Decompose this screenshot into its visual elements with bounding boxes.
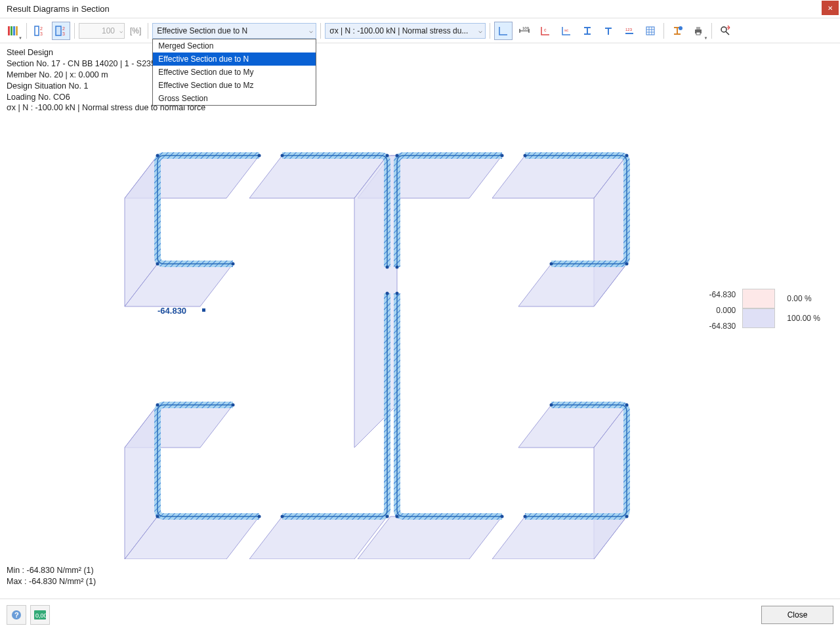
percent-label-1: [%] bbox=[130, 26, 141, 35]
min-value: Min : -64.830 N/mm² (1) bbox=[7, 565, 96, 576]
svg-point-15 bbox=[679, 26, 682, 30]
svg-point-48 bbox=[524, 515, 527, 518]
axis-system-button[interactable] bbox=[494, 22, 513, 40]
option-effective-my[interactable]: Effective Section due to My bbox=[153, 66, 316, 79]
svg-text:100: 100 bbox=[522, 26, 530, 30]
svg-rect-0 bbox=[8, 26, 10, 35]
svg-text:sc: sc bbox=[564, 28, 568, 32]
svg-point-31 bbox=[232, 262, 235, 266]
svg-point-49 bbox=[625, 515, 629, 518]
svg-point-29 bbox=[625, 154, 629, 158]
titlebar: Result Diagrams in Section ✕ bbox=[0, 0, 840, 18]
max-value: Max : -64.830 N/mm² (1) bbox=[7, 576, 96, 587]
svg-point-41 bbox=[625, 404, 629, 407]
stress-diagram-2-button[interactable]: 23 bbox=[52, 22, 70, 40]
toolbar: ▼ 23 23 100 [%] Effective Section due to… bbox=[0, 18, 840, 43]
zoom-input[interactable]: 100 bbox=[79, 23, 125, 39]
display-mode-button[interactable]: ▼ bbox=[4, 22, 22, 40]
svg-text:123: 123 bbox=[625, 28, 633, 32]
svg-rect-2 bbox=[13, 26, 15, 35]
svg-point-47 bbox=[501, 515, 504, 518]
profile-i-button[interactable] bbox=[578, 22, 597, 40]
stress-diagram-1-button[interactable]: 23 bbox=[31, 22, 49, 40]
svg-text:2: 2 bbox=[40, 26, 43, 31]
svg-rect-7 bbox=[56, 26, 61, 35]
svg-rect-18 bbox=[696, 32, 700, 35]
legend-val-2: 0.000 bbox=[696, 306, 736, 315]
close-button[interactable]: Close bbox=[761, 606, 833, 624]
svg-point-44 bbox=[281, 515, 284, 518]
principal-axes-button[interactable]: c bbox=[536, 22, 555, 40]
svg-rect-17 bbox=[696, 27, 700, 30]
svg-point-24 bbox=[281, 154, 284, 158]
legend-val-1: -64.830 bbox=[696, 290, 736, 299]
svg-point-37 bbox=[396, 292, 399, 295]
svg-text:?: ? bbox=[14, 611, 19, 619]
svg-point-35 bbox=[396, 266, 399, 269]
option-gross-section[interactable]: Gross Section bbox=[153, 92, 316, 105]
svg-text:2: 2 bbox=[62, 26, 65, 31]
option-effective-n[interactable]: Effective Section due to N bbox=[153, 52, 316, 66]
legend-swatch-neg bbox=[742, 308, 775, 328]
window-title: Result Diagrams in Section bbox=[7, 4, 110, 14]
legend-swatch-pos bbox=[742, 289, 775, 308]
value-marker bbox=[202, 308, 205, 312]
values-button[interactable]: 123 bbox=[620, 22, 639, 40]
svg-point-36 bbox=[386, 292, 389, 295]
svg-rect-4 bbox=[35, 26, 39, 35]
svg-point-32 bbox=[550, 262, 553, 266]
svg-point-28 bbox=[524, 154, 527, 158]
grid-button[interactable] bbox=[641, 22, 660, 40]
find-button[interactable] bbox=[716, 22, 734, 40]
svg-rect-1 bbox=[10, 26, 12, 35]
svg-point-19 bbox=[721, 27, 726, 32]
svg-point-25 bbox=[386, 154, 389, 158]
legend-pct-2: 100.00 % bbox=[787, 314, 820, 323]
svg-text:0,00: 0,00 bbox=[35, 612, 47, 619]
svg-point-27 bbox=[501, 154, 504, 158]
svg-rect-3 bbox=[16, 26, 18, 35]
svg-point-30 bbox=[156, 262, 159, 266]
help-button[interactable]: ? bbox=[7, 605, 26, 625]
footer: ? 0,00 Close bbox=[0, 598, 840, 630]
svg-point-38 bbox=[156, 404, 159, 407]
svg-point-39 bbox=[232, 404, 235, 407]
section-type-dropdown: Merged Section Effective Section due to … bbox=[152, 39, 316, 106]
svg-point-45 bbox=[386, 515, 389, 518]
shear-center-button[interactable]: sc bbox=[557, 22, 576, 40]
svg-point-22 bbox=[156, 154, 159, 158]
diagram-value-label: -64.830 bbox=[158, 306, 186, 316]
svg-point-42 bbox=[156, 515, 159, 518]
svg-point-34 bbox=[386, 266, 389, 269]
section-view-button[interactable] bbox=[668, 22, 686, 40]
svg-point-26 bbox=[396, 154, 399, 158]
svg-text:3: 3 bbox=[40, 32, 43, 36]
svg-point-40 bbox=[550, 404, 553, 407]
print-button[interactable]: ▼ bbox=[689, 22, 707, 40]
color-legend: -64.830 0.000 -64.830 0.00 % 100.00 % bbox=[696, 289, 820, 332]
svg-point-43 bbox=[258, 515, 261, 518]
svg-text:3: 3 bbox=[62, 32, 65, 36]
svg-point-33 bbox=[625, 262, 629, 266]
svg-point-23 bbox=[258, 154, 261, 158]
stress-type-select[interactable]: σx | N : -100.00 kN | Normal stress du..… bbox=[325, 23, 486, 39]
close-window-button[interactable]: ✕ bbox=[822, 1, 839, 15]
dimension-button[interactable]: 100 bbox=[515, 22, 534, 40]
units-button[interactable]: 0,00 bbox=[30, 605, 50, 625]
profile-t-button[interactable] bbox=[599, 22, 618, 40]
legend-val-3: -64.830 bbox=[696, 322, 736, 331]
svg-point-46 bbox=[396, 515, 399, 518]
minmax-panel: Min : -64.830 N/mm² (1) Max : -64.830 N/… bbox=[7, 565, 96, 587]
option-merged-section[interactable]: Merged Section bbox=[153, 39, 316, 52]
legend-pct-1: 0.00 % bbox=[787, 294, 811, 303]
svg-rect-14 bbox=[646, 27, 654, 35]
section-type-select[interactable]: Effective Section due to N Merged Sectio… bbox=[152, 23, 316, 39]
option-effective-mz[interactable]: Effective Section due to Mz bbox=[153, 79, 316, 92]
svg-text:c: c bbox=[544, 28, 547, 32]
